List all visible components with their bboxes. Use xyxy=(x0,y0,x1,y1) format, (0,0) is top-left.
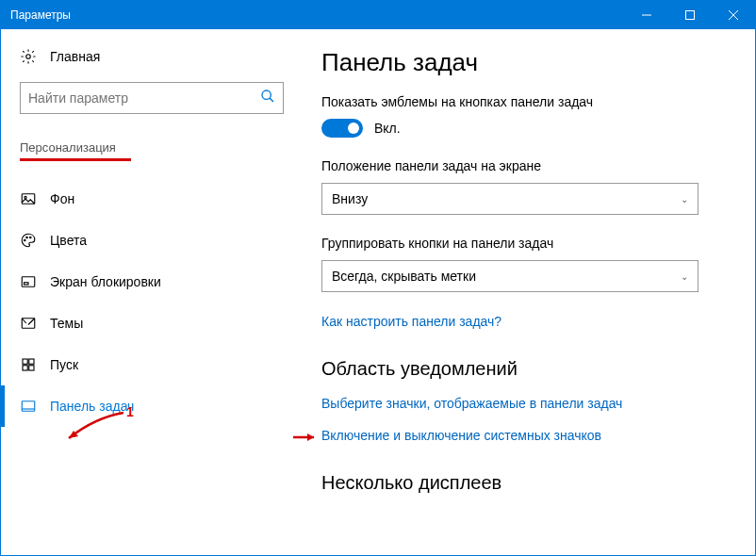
svg-point-9 xyxy=(25,239,26,241)
sidebar-item-label: Фон xyxy=(50,191,74,206)
chevron-down-icon: ⌄ xyxy=(681,271,688,282)
search-icon xyxy=(260,89,275,107)
window-body: Главная Персонализация Фон Цвета Экран xyxy=(1,29,755,555)
multiple-displays-header: Несколько дисплеев xyxy=(321,472,736,494)
palette-icon xyxy=(20,232,37,249)
annotation-underline xyxy=(20,158,131,161)
svg-rect-12 xyxy=(22,277,35,287)
sidebar-item-themes[interactable]: Темы xyxy=(1,303,293,344)
show-badges-toggle[interactable] xyxy=(321,119,363,138)
svg-rect-18 xyxy=(29,366,34,370)
home-label: Главная xyxy=(50,49,100,64)
close-button[interactable] xyxy=(712,1,755,29)
svg-rect-19 xyxy=(22,401,35,412)
svg-rect-17 xyxy=(23,366,27,370)
svg-rect-1 xyxy=(686,11,695,20)
sidebar-item-lockscreen[interactable]: Экран блокировки xyxy=(1,261,293,303)
position-select[interactable]: Внизу ⌄ xyxy=(321,183,698,215)
show-badges-toggle-row: Вкл. xyxy=(321,119,736,138)
position-value: Внизу xyxy=(332,191,368,206)
image-icon xyxy=(20,190,37,207)
notification-area-header: Область уведомлений xyxy=(321,358,736,380)
svg-point-11 xyxy=(30,237,32,238)
svg-point-10 xyxy=(26,237,28,238)
content-pane: Панель задач Показать эмблемы на кнопках… xyxy=(293,29,755,555)
chevron-down-icon: ⌄ xyxy=(681,194,688,204)
search-input[interactable] xyxy=(28,90,260,106)
toggle-knob xyxy=(348,123,359,134)
group-value: Всегда, скрывать метки xyxy=(332,269,476,284)
svg-point-5 xyxy=(262,90,271,99)
sidebar-item-label: Панель задач xyxy=(50,399,134,414)
svg-rect-13 xyxy=(25,283,29,285)
show-badges-label: Показать эмблемы на кнопках панели задач xyxy=(321,94,736,109)
select-icons-link[interactable]: Выберите значки, отображаемые в панели з… xyxy=(321,396,622,411)
group-select[interactable]: Всегда, скрывать метки ⌄ xyxy=(321,260,698,292)
page-title: Панель задач xyxy=(321,48,736,77)
lockscreen-icon xyxy=(20,273,37,290)
help-link[interactable]: Как настроить панели задач? xyxy=(321,314,501,329)
titlebar: Параметры xyxy=(1,1,755,29)
category-header: Персонализация xyxy=(20,140,293,155)
svg-point-4 xyxy=(26,55,31,59)
sidebar-item-label: Экран блокировки xyxy=(50,274,161,289)
maximize-button[interactable] xyxy=(668,1,712,29)
svg-line-6 xyxy=(270,98,273,102)
settings-window: Параметры Главная Персонал xyxy=(0,0,756,556)
toggle-state-text: Вкл. xyxy=(374,121,401,136)
search-box[interactable] xyxy=(20,82,284,114)
sidebar-item-colors[interactable]: Цвета xyxy=(1,220,293,261)
window-title: Параметры xyxy=(1,8,625,22)
annotation-arrow-2 xyxy=(293,433,321,442)
taskbar-icon xyxy=(20,398,37,415)
minimize-button[interactable] xyxy=(625,1,668,29)
start-icon xyxy=(20,356,37,373)
sidebar-item-start[interactable]: Пуск xyxy=(1,344,293,385)
home-button[interactable]: Главная xyxy=(20,48,293,65)
sidebar-item-taskbar[interactable]: Панель задач xyxy=(1,385,293,427)
sidebar-item-label: Темы xyxy=(50,316,83,331)
svg-rect-15 xyxy=(23,359,27,364)
system-icons-link[interactable]: Включение и выключение системных значков xyxy=(321,428,601,443)
group-label: Группировать кнопки на панели задач xyxy=(321,236,736,251)
svg-rect-16 xyxy=(29,359,34,364)
themes-icon xyxy=(20,315,37,332)
sidebar: Главная Персонализация Фон Цвета Экран xyxy=(1,29,293,555)
position-label: Положение панели задач на экране xyxy=(321,158,736,173)
sidebar-item-label: Пуск xyxy=(50,357,78,372)
gear-icon xyxy=(20,48,37,65)
sidebar-item-label: Цвета xyxy=(50,233,87,248)
sidebar-item-background[interactable]: Фон xyxy=(1,178,293,220)
